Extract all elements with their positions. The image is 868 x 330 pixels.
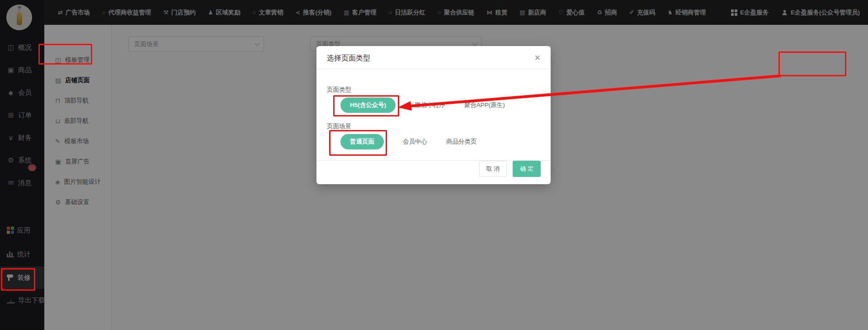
page-type-option-3[interactable]: 聚合APP(原生) [464,101,505,109]
page-type-option-2[interactable]: 微信小程序 [415,101,445,109]
page-scene-option-3[interactable]: 商品分类页 [446,138,477,146]
dialog-title: 选择页面类型 [327,54,370,63]
close-icon[interactable]: ✕ [534,53,541,63]
page-type-label: 页面类型 [327,86,351,94]
cancel-button[interactable]: 取 消 [479,161,507,177]
confirm-button[interactable]: 确 定 [513,161,541,177]
page-scene-option-2[interactable]: 会员中心 [403,138,427,146]
dialog-header-divider [316,69,551,69]
page-scene-label: 页面场景 [327,122,351,130]
page-type-option-1[interactable]: H5(含公众号) [340,98,396,113]
page-type-dialog: 选择页面类型 ✕ 页面类型 H5(含公众号)微信小程序聚合APP(原生) 页面场… [316,46,551,184]
page-scene-option-1[interactable]: 普通页面 [340,134,384,149]
